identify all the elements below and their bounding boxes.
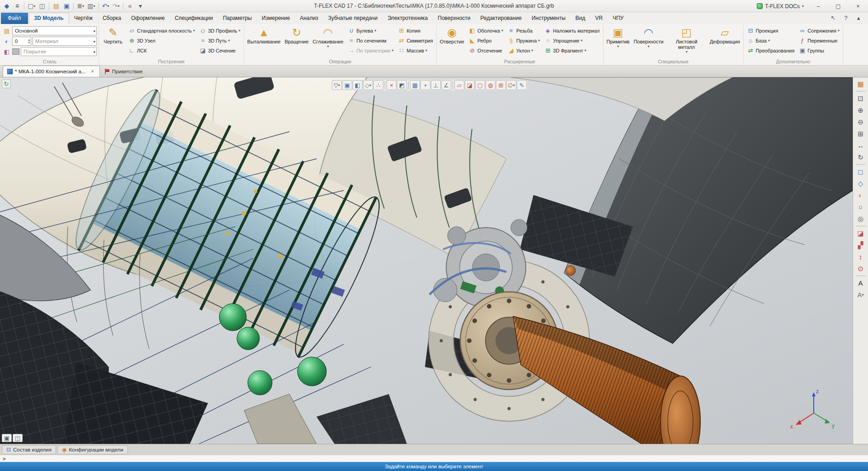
new-window-icon[interactable]: ▣ xyxy=(2,434,12,442)
display-shaded-icon[interactable]: ◐ xyxy=(855,190,866,200)
blend-button[interactable]: ◠ Сглаживание xyxy=(311,25,345,58)
rib-button[interactable]: ◣ Ребро xyxy=(467,36,505,45)
symmetry-button[interactable]: ⇄ Симметрия xyxy=(396,36,434,45)
rotation-button[interactable]: ↻ Вращение xyxy=(283,25,310,58)
deformation-button[interactable]: ▱ Деформация xyxy=(708,25,741,58)
groups-button[interactable]: ▣ Группы xyxy=(797,46,841,55)
select-vertices-icon[interactable]: ∴ xyxy=(373,80,383,90)
tab-product-structure[interactable]: ⊟ Состав изделия xyxy=(2,445,56,454)
copy-button[interactable]: ⊞ Копия xyxy=(396,26,434,35)
transformations-button[interactable]: ⇄ Преобразования xyxy=(745,46,796,55)
auto-update-toggle[interactable]: ↻ xyxy=(2,79,11,88)
split-view-icon[interactable]: ◫ xyxy=(13,434,23,442)
exploded-view-icon[interactable]: ⊞ xyxy=(496,80,506,90)
coating-combobox[interactable]: Покрытие xyxy=(21,47,97,56)
document-tab-active[interactable]: * МКА-1-000 Космический а... × xyxy=(3,66,100,77)
document-tab-welcome[interactable]: Приветствие xyxy=(100,66,146,77)
clear-selection-icon[interactable]: × xyxy=(387,80,396,90)
rotate-view-icon[interactable]: ↻ xyxy=(855,152,866,162)
boolean-button[interactable]: ∪ Булева xyxy=(346,26,395,35)
3d-section-button[interactable]: ◪ 3D Сечение xyxy=(198,46,242,55)
menu-tab-layout[interactable]: Оформление xyxy=(126,13,170,24)
menu-tab-assembly[interactable]: Сборка xyxy=(98,13,126,24)
menu-tab-analysis[interactable]: Анализ xyxy=(295,13,323,24)
simplify-button[interactable]: ○ Упрощение xyxy=(542,36,601,45)
style-combobox[interactable]: Основной xyxy=(12,26,97,35)
menu-tab-gears[interactable]: Зубчатые передачи xyxy=(323,13,382,24)
zoom-out-icon[interactable]: ⊖ xyxy=(855,117,866,127)
open-icon[interactable]: ▤ xyxy=(51,0,61,11)
thread-button[interactable]: ≡ Резьба xyxy=(506,26,541,35)
undo-icon[interactable]: ↶ xyxy=(101,0,111,11)
zoom-in-icon[interactable]: ⊕ xyxy=(855,105,866,115)
customize-quick-access-icon[interactable]: ▾ xyxy=(136,0,146,11)
text-annotation-icon[interactable]: A xyxy=(855,278,866,288)
3d-fragment-button[interactable]: ⊞ 3D Фрагмент xyxy=(542,46,601,55)
save-icon[interactable]: ▣ xyxy=(61,0,71,11)
apply-material-button[interactable]: ◈ Наложить материал xyxy=(542,26,601,35)
minimize-button[interactable]: – xyxy=(808,0,828,12)
menu-tab-measurement[interactable]: Измерение xyxy=(257,13,295,24)
redo-icon[interactable]: ↷ xyxy=(111,0,121,11)
view-isometric-icon[interactable]: ◇ xyxy=(855,178,866,189)
text-style-icon[interactable]: A xyxy=(855,290,866,300)
select-faces-icon[interactable]: ◧ xyxy=(353,80,363,90)
projection-button[interactable]: ⊟ Проекция xyxy=(745,26,796,35)
clip-plane-icon[interactable]: ▞ xyxy=(855,240,866,250)
grid-icon[interactable]: ▦ xyxy=(410,80,420,90)
tab-model-configurations[interactable]: ◉ Конфигурации модели xyxy=(57,445,128,454)
display-hidden-lines-icon[interactable]: ◎ xyxy=(855,214,866,224)
draft-button[interactable]: ◢ Уклон xyxy=(506,46,541,55)
invert-selection-icon[interactable]: ◩ xyxy=(397,80,407,90)
quick-select-icon[interactable]: ↖ xyxy=(828,13,838,23)
mates-button[interactable]: ∞ Сопряжения xyxy=(797,26,841,35)
spring-button[interactable]: § Пружина xyxy=(506,36,541,45)
menu-tab-surfaces[interactable]: Поверхности xyxy=(433,13,475,24)
workplane-icon[interactable]: ▱ xyxy=(454,80,464,90)
loft-button[interactable]: ≈ По сечениям xyxy=(346,36,395,45)
new-document-icon[interactable]: ▢ xyxy=(26,0,37,11)
menu-tab-parameters[interactable]: Параметры xyxy=(218,13,257,24)
lcs-button[interactable]: ∟ ЛСК xyxy=(127,46,196,55)
maximize-button[interactable]: ▢ xyxy=(828,0,848,12)
menu-tab-3d-model[interactable]: 3D Модель xyxy=(29,13,69,24)
select-edges-icon[interactable]: ◇ xyxy=(363,80,373,90)
menu-tab-vr[interactable]: VR xyxy=(590,13,608,24)
view-front-icon[interactable]: ◻ xyxy=(855,167,866,177)
zoom-window-icon[interactable]: ⊡ xyxy=(855,93,866,104)
clip-box-icon[interactable]: ▢ xyxy=(475,80,485,90)
3d-viewport[interactable]: z x y ↻ ▽ ▣ xyxy=(0,77,853,444)
chevron-down-icon[interactable] xyxy=(93,38,95,44)
chevron-down-icon[interactable] xyxy=(93,28,95,33)
section-view-icon[interactable]: ◪ xyxy=(465,80,475,90)
surfaces-button[interactable]: ◠ Поверхности xyxy=(632,25,665,58)
spinner-arrows-icon[interactable] xyxy=(28,38,30,44)
sensor-arrows-icon[interactable]: ↕ xyxy=(855,252,866,262)
close-button[interactable]: × xyxy=(848,0,868,12)
trim-button[interactable]: ⊘ Отсечение xyxy=(467,46,505,55)
previous-document-icon[interactable]: « xyxy=(125,0,135,11)
variables-button[interactable]: ƒ Переменные xyxy=(797,36,841,45)
app-logo-icon[interactable]: ◆ xyxy=(2,0,12,11)
coating-color-swatch[interactable] xyxy=(12,48,19,55)
model-canvas[interactable]: z x y xyxy=(0,77,853,444)
tflex-docs-button[interactable]: T-FLEX DOCs xyxy=(752,3,808,10)
main-menu-icon[interactable]: ≡ xyxy=(12,0,22,11)
draw-button[interactable]: ✎ Чертить xyxy=(101,25,125,58)
shell-button[interactable]: ◧ Оболочка xyxy=(467,26,505,35)
3d-path-button[interactable]: ≈ 3D Путь xyxy=(198,36,242,45)
collapse-ribbon-icon[interactable]: ▴ xyxy=(854,13,863,23)
3d-node-button[interactable]: ⊕ 3D Узел xyxy=(127,36,196,45)
menu-tab-specifications[interactable]: Спецификации xyxy=(170,13,218,24)
measure-angle-icon[interactable]: ∠ xyxy=(441,80,451,90)
datum-button[interactable]: ⌂ База xyxy=(745,36,796,45)
primitive-button[interactable]: ▣ Примитив xyxy=(605,25,631,58)
close-icon[interactable]: × xyxy=(89,68,95,75)
clip-sphere-icon[interactable]: ◍ xyxy=(486,80,495,90)
model-structure-icon[interactable]: ▦ xyxy=(855,79,866,89)
material-index-spinner[interactable]: 0 xyxy=(12,37,31,46)
select-solids-icon[interactable]: ▣ xyxy=(342,80,352,90)
command-prompt[interactable]: > xyxy=(0,455,868,462)
probe-icon[interactable]: ⊙ xyxy=(855,263,866,274)
array-button[interactable]: ∷ Массив xyxy=(396,46,434,55)
